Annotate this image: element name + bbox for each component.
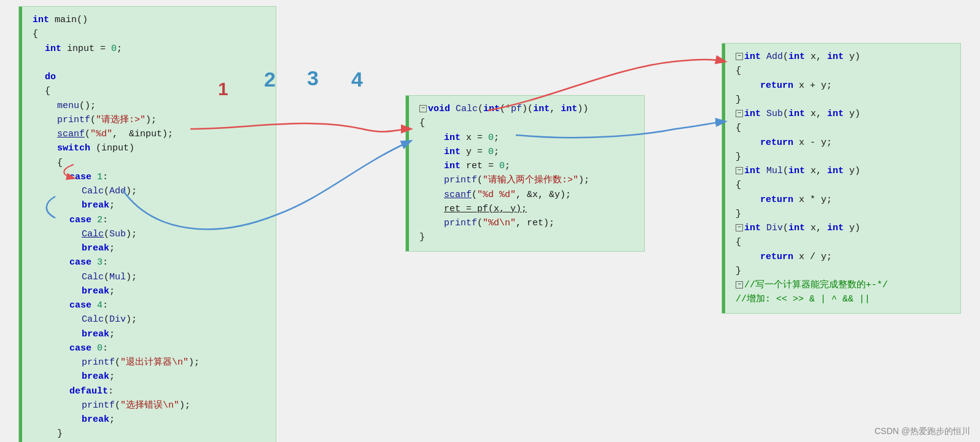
code-line: { [736, 121, 952, 135]
code-line: } [33, 427, 267, 441]
code-line: −int Add(int x, int y) [736, 50, 952, 64]
code-line: break; [33, 241, 267, 255]
code-line: { [33, 27, 267, 41]
code-line: −int Mul(int x, int y) [736, 164, 952, 178]
code-line: { [736, 178, 952, 192]
right-code-panel: −int Add(int x, int y) { return x + y; }… [721, 43, 961, 314]
code-line: return x * y; [736, 193, 952, 207]
code-line: } [736, 150, 952, 164]
code-line: break; [33, 284, 267, 298]
code-line: } [419, 230, 636, 244]
annotation-2: 2 [264, 68, 276, 91]
code-line: default: [33, 384, 267, 398]
code-line: { [33, 84, 267, 98]
code-line: −int Sub(int x, int y) [736, 107, 952, 121]
code-line: Calc(Div); [33, 312, 267, 327]
code-line: Calc(Mul); [33, 270, 267, 284]
code-line: case 2: [33, 213, 267, 227]
code-line: return x + y; [736, 79, 952, 93]
code-line: } [736, 93, 952, 107]
code-line: printf("请选择:>"); [33, 113, 267, 127]
code-line: scanf("%d %d", &x, &y); [419, 188, 636, 202]
code-line [33, 56, 267, 70]
left-code-panel: int main() { int input = 0; do { menu();… [18, 6, 276, 442]
code-line: } [736, 207, 952, 221]
code-line: −void Calc(int(*pf)(int, int)) [419, 102, 636, 116]
code-line: int input = 0; [33, 42, 267, 56]
code-line: break; [33, 198, 267, 212]
code-line: break; [33, 327, 267, 341]
annotation-4: 4 [351, 68, 363, 91]
code-line: int ret = 0; [419, 159, 636, 173]
code-line: Calc(Sub); [33, 227, 267, 241]
code-line: menu(); [33, 99, 267, 113]
code-line: return x / y; [736, 250, 952, 264]
code-line: { [736, 64, 952, 78]
code-line: Calc(Add); [33, 184, 267, 198]
code-line: int x = 0; [419, 131, 636, 145]
code-line: break; [33, 413, 267, 427]
code-line: break; [33, 370, 267, 384]
code-line: printf("请输入两个操作数:>"); [419, 173, 636, 187]
code-line: { [419, 116, 636, 130]
code-line: int y = 0; [419, 145, 636, 159]
code-line: −//写一个计算器能完成整数的+-*/ [736, 278, 952, 292]
code-line: printf("退出计算器\n"); [33, 355, 267, 370]
annotation-1: 1 [218, 79, 228, 99]
watermark: CSDN @热爱跑步的恒川 [874, 426, 970, 437]
code-line: scanf("%d", &input); [33, 127, 267, 141]
annotation-3: 3 [307, 66, 319, 90]
middle-code-panel: −void Calc(int(*pf)(int, int)) { int x =… [405, 95, 645, 252]
code-line: //增加: << >> & | ^ && || [736, 292, 952, 306]
code-line: { [33, 156, 267, 170]
code-line: switch (input) [33, 141, 267, 155]
code-line: printf("选择错误\n"); [33, 398, 267, 413]
code-line: ret = pf(x, y); [419, 202, 636, 216]
code-line: return x - y; [736, 136, 952, 150]
code-line: do [33, 70, 267, 84]
code-line: case 4: [33, 298, 267, 312]
code-line: printf("%d\n", ret); [419, 216, 636, 230]
code-line: case 1: [33, 170, 267, 184]
code-line: } [736, 264, 952, 278]
code-line: case 3: [33, 255, 267, 269]
code-line: −int Div(int x, int y) [736, 221, 952, 235]
code-line: case 0: [33, 341, 267, 355]
code-line: int main() [33, 13, 267, 27]
code-line: { [736, 235, 952, 249]
